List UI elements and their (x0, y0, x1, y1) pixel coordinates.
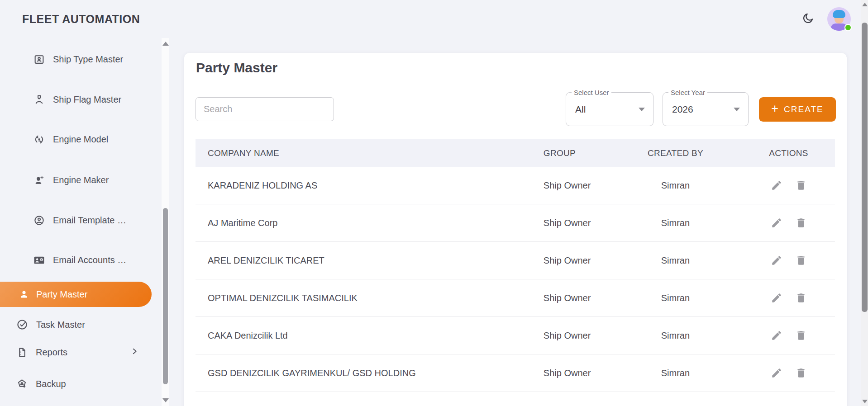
edit-pencil-icon[interactable] (771, 255, 782, 266)
create-button-label: CREATE (784, 104, 824, 114)
actions-cell (742, 217, 835, 229)
plus-icon: + (771, 103, 778, 115)
scroll-down-arrow-icon[interactable] (862, 400, 868, 403)
actions-cell (742, 330, 835, 341)
delete-trash-icon[interactable] (795, 179, 807, 191)
select-year-dropdown[interactable]: Select Year 2026 (663, 92, 749, 126)
document-icon (16, 347, 28, 358)
group-cell: Ship Owner (531, 218, 609, 228)
company-name-cell: KARADENIZ HOLDING AS (196, 180, 531, 191)
sidebar-item-email-template[interactable]: Email Template … (0, 211, 154, 229)
create-button[interactable]: + CREATE (759, 97, 836, 122)
created-by-cell: Simran (609, 180, 742, 191)
group-cell: Ship Owner (531, 368, 609, 378)
sidebar-item-ship-flag-master[interactable]: Ship Flag Master (0, 90, 154, 109)
table-row: KARADENIZ HOLDING AS Ship Owner Simran (196, 167, 835, 204)
dark-mode-toggle-button[interactable] (800, 11, 816, 27)
account-circle-icon (33, 215, 45, 226)
edit-pencil-icon[interactable] (771, 217, 782, 229)
delete-trash-icon[interactable] (795, 292, 807, 304)
actions-cell (742, 179, 835, 191)
edit-pencil-icon[interactable] (771, 292, 782, 304)
sidebar-scrollbar-thumb[interactable] (163, 208, 168, 384)
actions-cell (742, 292, 835, 304)
table-header-row: COMPANY NAME GROUP CREATED BY ACTIONS (196, 139, 835, 167)
scroll-up-arrow-icon[interactable] (162, 42, 169, 46)
chevron-down-icon (639, 108, 645, 111)
page-scrollbar (861, 0, 868, 406)
task-check-icon (16, 319, 28, 330)
sidebar-scrollbar (162, 38, 169, 406)
table-row: AREL DENIZCILIK TICARET Ship Owner Simra… (196, 242, 835, 279)
table-row: CAKA Denizcilik Ltd Ship Owner Simran (196, 317, 835, 354)
topbar-right (800, 0, 851, 38)
delete-trash-icon[interactable] (795, 367, 807, 379)
company-name-cell: AREL DENIZCILIK TICARET (196, 255, 531, 266)
online-status-dot (844, 24, 852, 31)
scroll-down-arrow-icon[interactable] (162, 398, 169, 402)
backup-icon (16, 378, 28, 390)
sidebar-item-task-master[interactable]: Task Master (0, 316, 154, 334)
group-cell: Ship Owner (531, 330, 609, 341)
shield-person-icon (33, 94, 45, 105)
sidebar-item-ship-type-master[interactable]: Ship Type Master (0, 50, 154, 68)
chevron-right-icon (130, 347, 138, 357)
table-row-partial (196, 392, 835, 406)
party-master-card: Party Master Select User All Select Year… (184, 53, 847, 406)
table-row: GSD DENIZCILIK GAYRIMENKUL/ GSD HOLDING … (196, 354, 835, 392)
created-by-cell: Simran (609, 293, 742, 303)
column-header-company-name: COMPANY NAME (196, 148, 531, 158)
select-year-value: 2026 (672, 104, 693, 115)
topbar: FLEET AUTOMATION (0, 0, 868, 38)
select-year-label: Select Year (668, 89, 707, 96)
edit-pencil-icon[interactable] (771, 367, 782, 379)
sidebar-item-reports[interactable]: Reports (0, 343, 154, 361)
scroll-up-arrow-icon[interactable] (862, 3, 868, 6)
contact-mail-icon (33, 255, 45, 266)
moon-icon (801, 12, 814, 26)
column-header-created-by: CREATED BY (609, 148, 742, 158)
chevron-down-icon (734, 108, 740, 111)
party-table: COMPANY NAME GROUP CREATED BY ACTIONS KA… (196, 139, 835, 406)
app-title: FLEET AUTOMATION (22, 13, 140, 26)
group-cell: Ship Owner (531, 293, 609, 303)
sidebar-item-backup[interactable]: Backup (0, 375, 154, 393)
company-name-cell: OPTIMAL DENIZCILIK TASIMACILIK (196, 293, 531, 303)
column-header-group: GROUP (531, 148, 609, 158)
company-name-cell: GSD DENIZCILIK GAYRIMENKUL/ GSD HOLDING (196, 368, 531, 378)
group-cell: Ship Owner (531, 180, 609, 191)
search-input[interactable] (196, 97, 334, 121)
user-avatar[interactable] (827, 7, 851, 31)
engineer-icon (33, 175, 45, 186)
rotate-sync-icon (33, 134, 45, 145)
page-title: Party Master (196, 60, 277, 76)
sidebar: Ship Type Master Ship Flag Master Engine… (0, 38, 172, 406)
edit-pencil-icon[interactable] (771, 330, 782, 341)
column-header-actions: ACTIONS (742, 148, 835, 158)
delete-trash-icon[interactable] (795, 330, 807, 341)
sidebar-item-engine-maker[interactable]: Engine Maker (0, 171, 154, 189)
created-by-cell: Simran (609, 330, 742, 341)
person-icon (18, 289, 29, 300)
actions-cell (742, 255, 835, 266)
created-by-cell: Simran (609, 218, 742, 228)
company-name-cell: AJ Maritime Corp (196, 218, 531, 228)
created-by-cell: Simran (609, 368, 742, 378)
select-user-dropdown[interactable]: Select User All (566, 92, 653, 126)
select-user-value: All (575, 104, 586, 115)
delete-trash-icon[interactable] (795, 255, 807, 266)
table-row: OPTIMAL DENIZCILIK TASIMACILIK Ship Owne… (196, 279, 835, 317)
fleet-automation-app: { "app": { "title": "FLEET AUTOMATION" }… (0, 0, 868, 406)
table-row: AJ Maritime Corp Ship Owner Simran (196, 204, 835, 242)
sidebar-item-party-master[interactable]: Party Master (0, 282, 152, 307)
select-user-label: Select User (572, 89, 611, 96)
sidebar-item-engine-model[interactable]: Engine Model (0, 130, 154, 148)
page-scrollbar-thumb[interactable] (862, 23, 868, 312)
group-cell: Ship Owner (531, 255, 609, 266)
sidebar-item-email-accounts[interactable]: Email Accounts … (0, 251, 154, 269)
delete-trash-icon[interactable] (795, 217, 807, 229)
edit-pencil-icon[interactable] (771, 179, 782, 191)
actions-cell (742, 367, 835, 379)
company-name-cell: CAKA Denizcilik Ltd (196, 330, 531, 341)
created-by-cell: Simran (609, 255, 742, 266)
